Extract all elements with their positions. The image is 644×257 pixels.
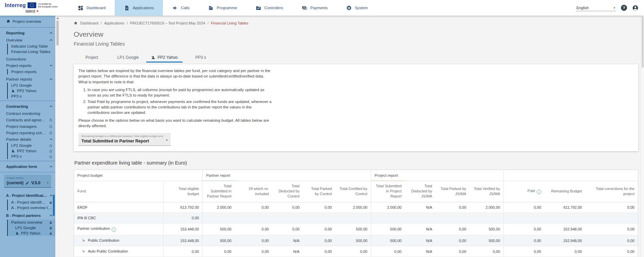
table-row-public-contribution: ↳Public Contribution 153.448,00 500,00 0… <box>74 235 638 246</box>
sidebar-section-b-project-partners[interactable]: B - Project partners <box>0 212 55 219</box>
sidebar-item-overview[interactable]: Overview <box>0 37 55 43</box>
top-navbar: Interreg Co-funded by the European Union… <box>0 0 644 16</box>
sidebar-item-lp1-google[interactable]: LP1 Google <box>8 225 55 230</box>
lock-open-icon <box>49 155 53 158</box>
nav-item-label: Payments <box>310 6 328 10</box>
payments-icon <box>302 5 307 11</box>
sidebar-section-project-reports[interactable]: Project reports <box>0 62 55 69</box>
intro-card: The tables below are inspired by the fin… <box>74 64 638 151</box>
scroll-up-arrow[interactable] <box>56 17 59 19</box>
nav-item-applications[interactable]: Applications <box>115 0 163 16</box>
sidebar-scrollbar[interactable] <box>55 16 60 257</box>
breadcrumb: Dashboard / Applications / PROJECT176005… <box>74 21 638 25</box>
cell: 500,00 <box>335 223 371 235</box>
scrollbar-thumb[interactable] <box>642 17 644 68</box>
cell: N/A <box>405 223 436 235</box>
nav-item-payments[interactable]: Payments <box>292 0 337 16</box>
fund-label: IPA III CBC <box>74 212 164 223</box>
cell: N/A <box>272 246 303 257</box>
cell: 0,00 <box>235 223 272 235</box>
scrollbar-thumb[interactable] <box>56 20 59 46</box>
page-scrollbar[interactable] <box>641 16 644 257</box>
cell <box>504 212 544 223</box>
tab-project[interactable]: Project <box>74 52 110 63</box>
sidebar-item-lp1-google[interactable]: LP1 Google <box>8 143 55 148</box>
sidebar-item-pp3-x[interactable]: PP3 x <box>8 93 55 99</box>
version-dot <box>37 10 38 12</box>
page-title: Overview <box>74 30 638 38</box>
sidebar-section-a-project-identification[interactable]: A - Project identification <box>0 192 55 199</box>
sidebar-section-application-form[interactable]: Application form <box>0 163 55 170</box>
nav-item-system[interactable]: System <box>337 0 377 16</box>
sidebar-item-indicator-living-table[interactable]: Indicator Living Table <box>8 44 55 49</box>
cell: 0,00 <box>436 246 470 257</box>
info-icon[interactable]: i <box>537 190 541 194</box>
sidebar-item-a-project-overview-tables[interactable]: A - Project overview tables <box>8 205 55 210</box>
main-nav: Dashboard Applications Calls Programme C… <box>69 0 377 16</box>
sidebar-item-pp2-yahoo[interactable]: PP2 Yahoo <box>8 88 55 93</box>
chevron-down-icon: ▾ <box>613 6 615 10</box>
sidebar-item-project-reports[interactable]: Project reports <box>8 69 55 74</box>
chevron-up-icon <box>50 138 53 140</box>
sidebar-item-financial-living-tables[interactable]: Financial Living Tables <box>8 49 55 54</box>
sidebar-item-a-project-identification[interactable]: A - Project identification <box>8 200 55 205</box>
column-header: Of which re-included <box>235 181 272 202</box>
select-label: Remaining Budget is a Difference between… <box>81 135 168 138</box>
lock-closed-icon <box>49 201 53 204</box>
table-row-auto-public-contribution: ↳Auto Public Contribution 0,00 0,00 0,00… <box>74 246 638 257</box>
breadcrumb-link[interactable]: Dashboard <box>80 21 98 25</box>
sidebar-section-contracting[interactable]: Contracting <box>0 103 55 110</box>
language-select[interactable]: English ▾ <box>576 5 616 11</box>
breadcrumb-link[interactable]: Applications <box>104 21 124 25</box>
cell: 0,00 <box>585 246 638 257</box>
sidebar-item-contracts-agreements[interactable]: Contracts and agreements <box>0 117 55 123</box>
breadcrumb-link[interactable]: PROJECT17600519 – Test Project May 2024 <box>130 21 205 25</box>
cell: 0,00 <box>585 202 638 212</box>
tab-pp3-x[interactable]: PP3 x <box>183 52 219 63</box>
lock-open-icon <box>49 118 53 122</box>
fund-label: ↳Public Contribution <box>74 235 164 246</box>
cell: 0,00 <box>303 202 335 212</box>
tab-lp1-google[interactable]: LP1 Google <box>110 52 146 63</box>
nav-item-calls[interactable]: Calls <box>163 0 199 16</box>
divider <box>0 161 55 161</box>
sidebar-item-contract-monitoring[interactable]: Contract monitoring <box>0 110 55 117</box>
cell: 152.948,00 <box>545 223 585 235</box>
sidebar-item-corrections[interactable]: Corrections <box>0 56 55 62</box>
megaphone-icon <box>172 5 178 11</box>
sidebar-item-project-overview[interactable]: Project overview <box>0 17 55 25</box>
sidebar-inner-scrollbar[interactable] <box>53 195 55 216</box>
chevron-up-icon <box>50 194 53 196</box>
home-icon <box>6 19 11 23</box>
cell: 0,00 <box>371 246 405 257</box>
language-value: English <box>576 6 589 10</box>
lock-open-icon <box>49 144 53 148</box>
sidebar-item-project-reporting-schedule[interactable]: Project reporting schedule <box>0 130 55 136</box>
sidebar-item-pp2-yahoo[interactable]: PP2 Yahoo <box>8 148 55 154</box>
remaining-budget-basis-select[interactable]: Remaining Budget is a Difference between… <box>78 133 171 146</box>
sidebar-item-pp3-x[interactable]: PP3 x <box>8 154 55 159</box>
home-icon[interactable] <box>74 21 78 25</box>
sidebar-subgroup-partner-details: LP1 Google PP2 Yahoo PP3 x <box>7 143 55 159</box>
nav-item-dashboard[interactable]: Dashboard <box>69 0 115 16</box>
sidebar-section-reporting[interactable]: Reporting <box>0 29 55 37</box>
person-off-icon <box>15 232 19 235</box>
help-icon[interactable]: ? <box>621 5 627 11</box>
sidebar-item-lp1-google[interactable]: LP1 Google <box>8 83 55 88</box>
nav-item-controllers[interactable]: Controllers <box>246 0 292 16</box>
sidebar-section-partner-details[interactable]: Partner details <box>0 136 55 142</box>
cell: 0,00 <box>504 246 544 257</box>
sidebar-section-partner-reports[interactable]: Partner reports <box>0 76 55 82</box>
sidebar-item-pp2-yahoo[interactable]: PP2 Yahoo <box>8 230 55 236</box>
column-header-fund: Fund <box>74 181 164 202</box>
nav-item-programme[interactable]: Programme <box>199 0 246 16</box>
info-icon[interactable]: i <box>112 227 116 232</box>
project-version-select[interactable]: Project version (current) V.5.0 ▾ <box>4 175 51 188</box>
sidebar-item-partners-overview[interactable]: Partners overview <box>8 220 55 225</box>
cell: 0,00 <box>272 223 303 235</box>
brand-logo[interactable]: Interreg Co-funded by the European Union… <box>5 0 59 16</box>
tab-pp2-yahoo[interactable]: PP2 Yahoo <box>146 52 183 63</box>
sidebar-item-project-managers[interactable]: Project managers <box>0 123 55 130</box>
gear-icon <box>346 5 352 11</box>
account-icon[interactable] <box>632 5 639 11</box>
